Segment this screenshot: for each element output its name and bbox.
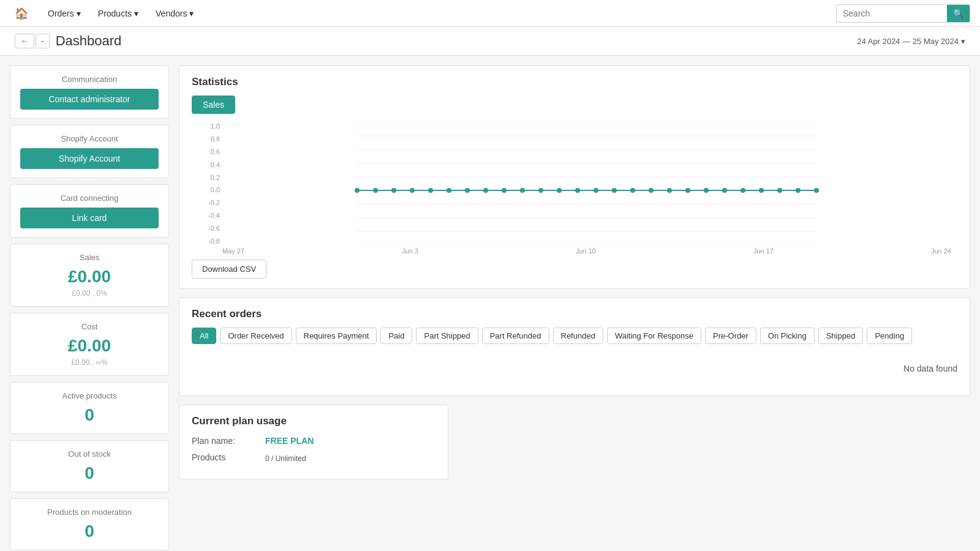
filter-all[interactable]: All [192,328,216,344]
filter-refunded[interactable]: Refunded [553,328,603,344]
out-of-stock-value: 0 [20,463,159,483]
nav-orders-label: Orders [48,9,74,18]
nav-vendors[interactable]: Vendors ▾ [148,6,201,21]
y-label-n0-4: -0.4 [194,212,220,219]
svg-point-17 [483,188,488,193]
cost-stat-card: Cost £0.00 £0.00 , ∞% [10,313,169,376]
filter-part-refunded[interactable]: Part Refunded [482,328,549,344]
svg-point-13 [410,188,415,193]
out-of-stock-card: Out of stock 0 [10,440,169,492]
sales-tab-button[interactable]: Sales [192,96,235,114]
svg-point-16 [465,188,470,193]
y-label-n0-8: -0.8 [194,238,220,245]
shopify-account-button[interactable]: Shopify Account [20,148,159,169]
nav-orders[interactable]: Orders ▾ [40,6,88,21]
filter-order-received[interactable]: Order Received [220,328,292,344]
x-label-jun24: Jun 24 [931,247,951,255]
active-products-value: 0 [20,405,159,425]
x-label-jun3: Jun 3 [402,247,418,255]
filter-waiting-for-response[interactable]: Waiting For Response [607,328,701,344]
plan-products-count: 0 / Unlimited [265,454,435,463]
nav-products[interactable]: Products ▾ [91,6,146,21]
svg-point-23 [594,188,598,193]
forward-button[interactable]: - [36,34,50,48]
svg-point-25 [630,188,635,193]
filter-tags: All Order Received Requires Payment Paid… [192,328,957,344]
svg-point-27 [667,188,672,193]
main-content: Statistics Sales 1.0 0.8 0.6 0.4 0.2 0.0… [179,66,970,479]
svg-point-21 [557,188,562,193]
svg-point-18 [502,188,507,193]
filter-paid[interactable]: Paid [380,328,412,344]
filter-requires-payment[interactable]: Requires Payment [296,328,377,344]
x-label-jun17: Jun 17 [753,247,774,255]
sales-stat-value: £0.00 [20,267,159,287]
page-header: ← - Dashboard 24 Apr 2024 — 25 May 2024 … [0,27,980,56]
cost-stat-label: Cost [20,322,159,331]
back-button[interactable]: ← [15,34,34,48]
recent-orders-card: Recent orders All Order Received Require… [179,298,970,396]
contact-admin-button[interactable]: Contact administrator [20,89,159,110]
link-card-button[interactable]: Link card [20,208,159,228]
recent-orders-title: Recent orders [192,308,957,320]
active-products-card: Active products 0 [10,382,169,434]
cost-stat-sub: £0.00 , ∞% [20,358,159,367]
svg-point-32 [759,188,764,193]
date-range-text: 24 Apr 2024 — 25 May 2024 [857,37,959,46]
communication-label: Communication [20,75,159,84]
x-label-jun10: Jun 10 [576,247,596,255]
out-of-stock-label: Out of stock [20,449,159,459]
svg-point-26 [649,188,654,193]
svg-point-31 [741,188,745,193]
svg-point-22 [575,188,580,193]
nav-products-caret: ▾ [134,9,138,18]
svg-point-12 [391,188,396,193]
shopify-label: Shopify Account [20,134,159,143]
svg-point-24 [612,188,617,193]
sales-stat-card: Sales £0.00 £0.00 , 0% [10,244,169,307]
page-title: Dashboard [56,33,122,49]
home-icon[interactable]: 🏠 [10,4,33,23]
back-buttons: ← - [15,34,50,48]
moderation-card: Products on moderation 0 [10,498,169,550]
date-range-caret: ▾ [961,37,965,46]
filter-part-shipped[interactable]: Part Shipped [416,328,478,344]
y-label-0-2: 0.2 [194,174,220,181]
svg-point-20 [538,188,543,193]
plan-name-row: Plan name: FREE PLAN [192,436,435,446]
sales-stat-sub: £0.00 , 0% [20,289,159,298]
plan-name-label: Plan name: [192,436,265,446]
svg-point-19 [520,188,525,193]
search-box: 🔍 [836,4,970,23]
content: Communication Contact administrator Shop… [0,56,980,551]
filter-pre-order[interactable]: Pre-Order [705,328,756,344]
filter-shipped[interactable]: Shipped [818,328,864,344]
svg-point-34 [796,188,801,193]
moderation-value: 0 [20,522,159,541]
y-label-n0-2: -0.2 [194,199,220,206]
plan-title: Current plan usage [192,415,435,427]
nav-vendors-label: Vendors [156,9,187,18]
cost-stat-value: £0.00 [20,336,159,356]
y-label-0-0: 0.0 [194,186,220,193]
svg-point-28 [685,188,690,193]
svg-point-33 [777,188,782,193]
svg-point-14 [428,188,433,193]
plan-products-label: Products [192,452,265,462]
svg-point-15 [447,188,451,193]
date-range[interactable]: 24 Apr 2024 — 25 May 2024 ▾ [857,37,965,46]
communication-card: Communication Contact administrator [10,66,169,119]
download-csv-button[interactable]: Download CSV [192,260,266,279]
svg-point-10 [355,188,360,193]
x-label-may27: May 27 [222,247,244,255]
moderation-label: Products on moderation [20,508,159,517]
active-products-label: Active products [20,391,159,400]
card-connecting-card: Card connecting Link card [10,184,169,238]
filter-on-picking[interactable]: On Picking [760,328,815,344]
nav-vendors-caret: ▾ [189,9,194,18]
card-connecting-label: Card connecting [20,193,159,203]
nav-orders-caret: ▾ [77,9,81,18]
search-button[interactable]: 🔍 [947,5,970,22]
filter-pending[interactable]: Pending [867,328,912,344]
search-input[interactable] [837,6,947,21]
